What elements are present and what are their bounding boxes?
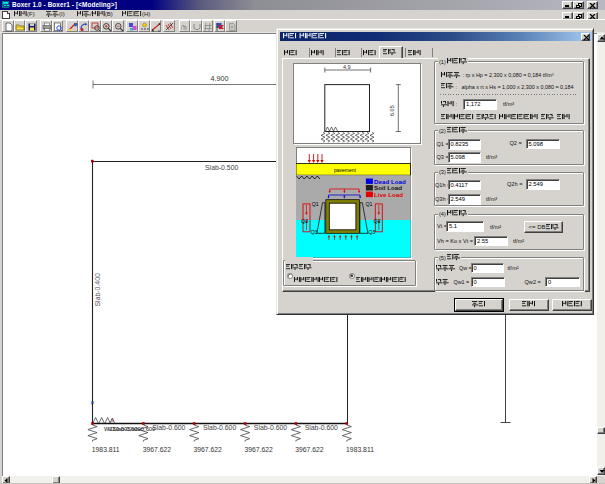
svg-text:Slab-0.600: Slab-0.600 [152,424,185,431]
svg-text:Slab-0.600: Slab-0.600 [203,424,236,431]
svg-text:Slab-0.600: Slab-0.600 [305,424,338,431]
svg-text:6.05: 6.05 [389,105,395,116]
svg-text:Q2: Q2 [301,218,308,224]
svg-text:y: y [91,399,94,405]
svg-text:pavement: pavement [334,167,357,173]
svg-text:3967.622: 3967.622 [143,446,172,453]
svg-text:Q3: Q3 [311,229,318,235]
svg-text:3967.622: 3967.622 [244,446,273,453]
svg-text:1983.811: 1983.811 [92,446,120,453]
svg-text:V3: V3 [108,426,115,432]
svg-text:4.9: 4.9 [343,64,351,70]
svg-text:Q1: Q1 [365,201,372,207]
svg-text:4.900: 4.900 [211,74,229,83]
svg-text:1983.811: 1983.811 [346,446,374,453]
svg-text:Q3: Q3 [368,229,375,235]
svg-text:Live Load: Live Load [374,191,403,198]
svg-text:3967.622: 3967.622 [194,446,223,453]
svg-text:3967.622: 3967.622 [295,446,324,453]
svg-text:0.00Slab-0.600: 0.00Slab-0.600 [116,426,155,432]
svg-text:Slab-0.600: Slab-0.600 [254,424,287,431]
svg-text:Slab-0.500: Slab-0.500 [205,164,238,171]
svg-text:Slab-0.400: Slab-0.400 [94,273,101,306]
svg-text:Q1: Q1 [312,201,319,207]
svg-text:Q2: Q2 [374,218,381,224]
